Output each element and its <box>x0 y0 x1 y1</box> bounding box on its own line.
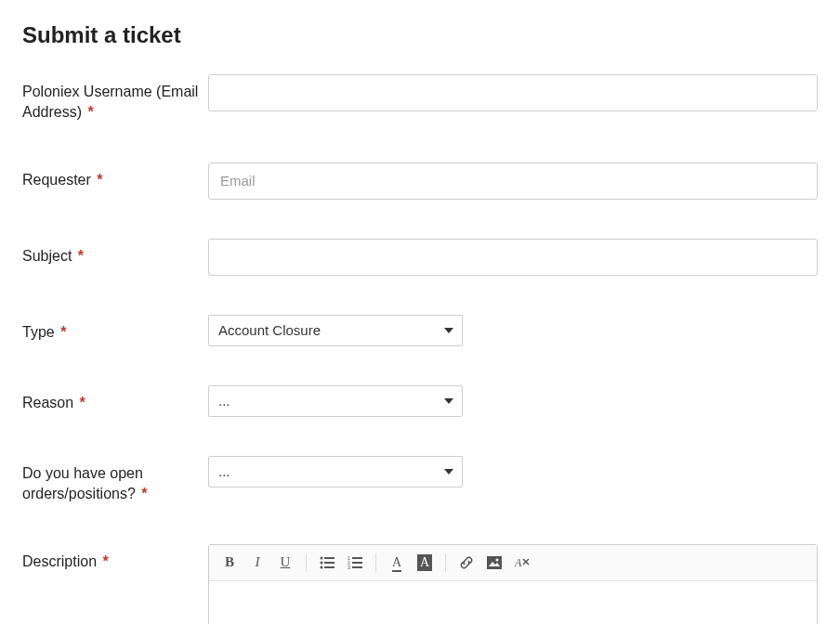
required-star-icon: * <box>102 553 108 569</box>
svg-rect-11 <box>352 566 362 568</box>
svg-rect-3 <box>324 562 335 564</box>
svg-point-4 <box>321 566 323 568</box>
svg-point-14 <box>496 558 499 561</box>
ordered-list-button[interactable]: 123 <box>342 551 368 575</box>
clear-format-button[interactable]: A <box>509 551 535 575</box>
field-row-open-orders: Do you have open orders/positions? * ... <box>22 456 818 505</box>
toolbar-separator <box>306 553 307 572</box>
subject-input[interactable] <box>208 239 818 276</box>
description-label: Description * <box>22 544 208 572</box>
page-title: Submit a ticket <box>22 22 818 48</box>
requester-input[interactable] <box>208 162 818 200</box>
editor-toolbar: B I U 123 A A <box>209 545 817 581</box>
reason-label: Reason * <box>22 385 208 413</box>
toolbar-separator <box>445 553 446 572</box>
svg-text:A: A <box>515 556 522 569</box>
open-orders-select[interactable]: ... <box>208 456 463 488</box>
svg-rect-5 <box>324 566 335 568</box>
svg-rect-12 <box>488 556 502 568</box>
field-row-username: Poloniex Username (Email Address) * <box>22 74 818 124</box>
username-input[interactable] <box>208 74 818 111</box>
field-row-requester: Requester * <box>22 162 818 200</box>
background-color-button[interactable]: A <box>412 551 438 575</box>
toolbar-separator <box>375 553 376 572</box>
requester-label: Requester * <box>22 162 208 190</box>
required-star-icon: * <box>87 104 93 120</box>
required-star-icon: * <box>78 248 84 264</box>
svg-point-2 <box>321 561 323 564</box>
username-label: Poloniex Username (Email Address) * <box>22 74 208 124</box>
bold-button[interactable]: B <box>217 551 243 575</box>
text-color-button[interactable]: A <box>384 551 410 575</box>
type-label: Type * <box>22 315 208 343</box>
rich-text-editor: B I U 123 A A <box>208 544 818 624</box>
required-star-icon: * <box>97 172 102 188</box>
required-star-icon: * <box>60 324 66 340</box>
unordered-list-button[interactable] <box>314 551 340 575</box>
svg-text:3: 3 <box>348 565 350 569</box>
type-select[interactable]: Account Closure <box>208 315 463 346</box>
numbered-list-icon: 123 <box>348 556 362 569</box>
field-row-description: Description * B I U 123 A A <box>22 544 818 624</box>
subject-label: Subject * <box>22 239 208 266</box>
required-star-icon: * <box>80 395 85 410</box>
svg-rect-1 <box>324 557 335 559</box>
bullet-list-icon <box>320 556 335 569</box>
field-row-subject: Subject * <box>22 239 818 276</box>
underline-button[interactable]: U <box>272 551 298 575</box>
italic-button[interactable]: I <box>244 551 270 575</box>
svg-rect-9 <box>352 562 362 564</box>
field-row-type: Type * Account Closure <box>22 315 818 346</box>
open-orders-label: Do you have open orders/positions? * <box>22 456 208 505</box>
svg-point-0 <box>321 556 323 559</box>
image-icon <box>487 556 502 569</box>
description-textarea[interactable] <box>209 581 817 624</box>
required-star-icon: * <box>141 486 147 501</box>
svg-rect-7 <box>352 557 362 559</box>
reason-select[interactable]: ... <box>208 385 463 417</box>
image-button[interactable] <box>481 551 507 575</box>
clear-format-icon: A <box>515 556 530 569</box>
field-row-reason: Reason * ... <box>22 385 818 417</box>
link-button[interactable] <box>453 551 479 575</box>
link-icon <box>459 555 474 570</box>
